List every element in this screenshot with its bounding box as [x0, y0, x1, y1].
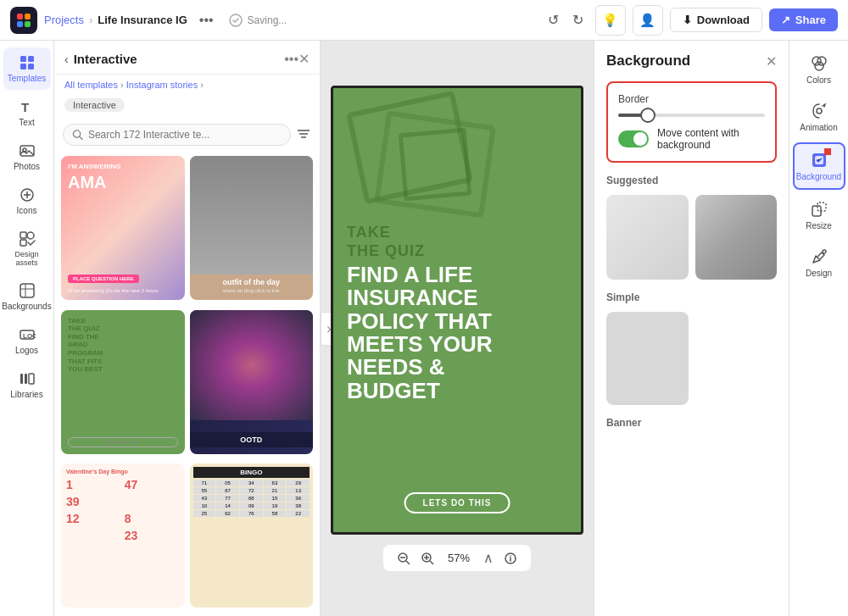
- border-slider[interactable]: [618, 114, 765, 117]
- zoom-level: 57%: [444, 552, 473, 564]
- move-content-toggle[interactable]: [618, 130, 649, 147]
- text-icon: T: [19, 98, 36, 115]
- suggested-label: Suggested: [606, 175, 777, 186]
- zoom-in-icon: [421, 552, 434, 565]
- background-panel-title: Background: [606, 53, 766, 69]
- right-icon-resize[interactable]: Resize: [793, 193, 845, 237]
- svg-text:T: T: [21, 100, 29, 114]
- svg-point-40: [817, 108, 822, 114]
- zoom-up-button[interactable]: ∧: [483, 550, 494, 566]
- template-card-5[interactable]: Valentine's Day Bingo 147 39 128 23: [61, 463, 185, 608]
- share-button[interactable]: ↗ Share: [769, 8, 838, 31]
- background-panel-inner: Background ✕ Border Move content with ba…: [594, 41, 789, 616]
- canvas-toolbar: 57% ∧: [383, 545, 531, 571]
- svg-rect-43: [812, 206, 821, 216]
- design2-icon: [810, 247, 828, 266]
- right-icon-design[interactable]: Design: [793, 241, 845, 285]
- right-icons: Colors Animation Background: [789, 41, 848, 616]
- undo-redo-controls: ↺ ↻: [543, 8, 589, 31]
- sidebar-item-icons[interactable]: Icons: [3, 180, 51, 222]
- svg-rect-10: [20, 146, 34, 156]
- zoom-out-button[interactable]: [397, 552, 410, 565]
- background-panel: Background ✕ Border Move content with ba…: [594, 41, 789, 616]
- border-section: Border Move content with background: [606, 81, 777, 163]
- instagram-stories-link[interactable]: Instagram stories: [126, 80, 198, 90]
- svg-rect-3: [25, 21, 31, 27]
- zoom-in-button[interactable]: [421, 552, 434, 565]
- banner-label: Banner: [606, 417, 777, 429]
- svg-rect-20: [25, 374, 27, 384]
- colors-icon: [810, 54, 828, 73]
- background-icon-wrapper: [810, 151, 828, 169]
- cta-button[interactable]: LETS DO THIS: [404, 492, 510, 513]
- svg-rect-13: [20, 232, 26, 238]
- right-icon-colors[interactable]: Colors: [793, 47, 845, 92]
- redo-button[interactable]: ↻: [567, 8, 589, 31]
- svg-line-23: [80, 136, 82, 139]
- bg-thumb-simple-image-2: [695, 312, 778, 405]
- topbar: Projects › Life Insurance IG ••• Saving.…: [0, 0, 848, 41]
- bg-thumb-image-1: [606, 195, 689, 280]
- search-row: [54, 119, 320, 153]
- background-panel-close-button[interactable]: ✕: [766, 53, 777, 69]
- sidebar-item-backgrounds[interactable]: Backgrounds: [3, 275, 51, 318]
- projects-link[interactable]: Projects: [44, 14, 84, 26]
- svg-point-36: [510, 555, 511, 557]
- all-templates-link[interactable]: All templates: [64, 80, 118, 90]
- canvas-area: › TAKETHE QUIZ FIND A LIFEINSURANCEPOLIC…: [321, 41, 594, 616]
- bg-thumb-simple-1[interactable]: [606, 312, 689, 405]
- sidebar-item-logos[interactable]: LOGO Logos: [3, 319, 51, 362]
- design-icon: [19, 230, 36, 247]
- download-button[interactable]: ⬇ Download: [670, 8, 762, 32]
- saving-indicator: Saving...: [229, 14, 287, 27]
- svg-rect-1: [25, 14, 31, 19]
- svg-rect-2: [17, 21, 23, 27]
- svg-rect-44: [817, 203, 826, 211]
- lightbulb-button[interactable]: 💡: [595, 5, 626, 36]
- search-box: [63, 124, 291, 146]
- template-card-3[interactable]: TAKETHE QUIZFIND THEGRADPROGRAMTHAT FITS…: [61, 310, 185, 454]
- bg-thumb-2[interactable]: [695, 195, 778, 280]
- interactive-tag[interactable]: Interactive: [64, 98, 125, 112]
- border-label: Border: [618, 93, 765, 105]
- panel-tag-area: Interactive: [54, 95, 320, 119]
- simple-backgrounds: [606, 312, 777, 405]
- bg-thumb-simple-2[interactable]: [695, 312, 778, 405]
- filter-button[interactable]: [296, 126, 311, 144]
- right-icon-background[interactable]: Background: [793, 142, 845, 190]
- svg-rect-8: [28, 64, 34, 69]
- download-icon: ⬇: [683, 14, 692, 26]
- template-card-6[interactable]: BINGO 7105346329 5567722113 4377681536 1…: [190, 463, 314, 608]
- svg-rect-0: [17, 14, 23, 19]
- search-input[interactable]: [88, 129, 282, 141]
- template-card-4[interactable]: OOTD: [190, 310, 314, 454]
- template-card-1[interactable]: I'M ANSWERING AMA I'll be answering Q's …: [61, 156, 185, 300]
- panel-close-button[interactable]: ✕: [298, 51, 310, 67]
- canvas-info-button[interactable]: [504, 552, 517, 565]
- sidebar-item-text[interactable]: T Text: [3, 92, 51, 134]
- sidebar-item-photos[interactable]: Photos: [3, 136, 51, 178]
- panel-more-button[interactable]: •••: [284, 52, 298, 67]
- app-logo: [10, 7, 37, 34]
- account-button[interactable]: 👤: [633, 5, 663, 36]
- sidebar-item-templates[interactable]: Templates: [3, 47, 51, 90]
- undo-button[interactable]: ↺: [543, 8, 564, 31]
- sidebar: Templates T Text Photos Icons: [0, 41, 54, 616]
- sidebar-item-design-assets[interactable]: Design assets: [3, 224, 51, 274]
- panel-title: Interactive: [74, 52, 285, 66]
- more-options-button[interactable]: •••: [194, 11, 219, 30]
- templates-grid: I'M ANSWERING AMA I'll be answering Q's …: [54, 153, 320, 616]
- suggested-backgrounds: [606, 195, 777, 280]
- svg-rect-15: [20, 240, 26, 246]
- svg-rect-5: [20, 56, 26, 62]
- panel-breadcrumb: All templates › Instagram stories ›: [54, 75, 320, 95]
- sidebar-item-libraries[interactable]: Libraries: [3, 363, 51, 406]
- right-icon-animation[interactable]: Animation: [793, 95, 845, 139]
- panel-back-button[interactable]: ‹: [64, 53, 69, 66]
- bg-thumb-1[interactable]: [606, 195, 689, 280]
- photo-icon: [19, 142, 36, 159]
- logos-icon: LOGO: [19, 326, 36, 343]
- simple-label: Simple: [606, 291, 777, 303]
- template-card-2[interactable]: outfit of the day share on blog click to…: [190, 156, 314, 300]
- svg-line-29: [406, 561, 410, 564]
